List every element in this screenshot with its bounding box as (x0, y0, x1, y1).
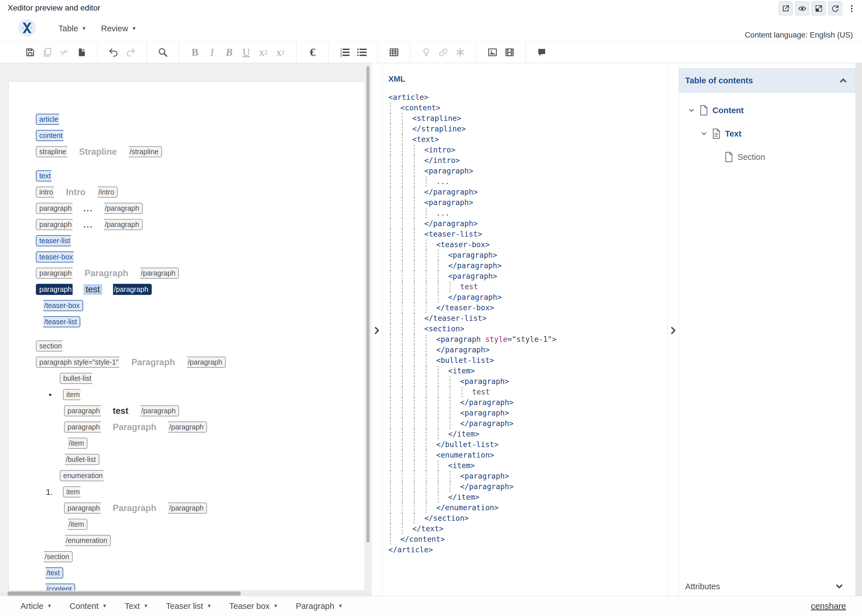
tag-pill-enumeration[interactable]: enumeration (60, 470, 104, 481)
toc-header[interactable]: Table of contents (679, 68, 856, 93)
visual-editor-canvas[interactable]: articlecontentstraplineStrapline/strapli… (0, 63, 371, 596)
video-button[interactable] (503, 45, 516, 60)
unordered-list-button[interactable] (355, 45, 368, 60)
tag-pill-paragraph[interactable]: paragraph (64, 503, 101, 514)
tag-pill-item[interactable]: /item (68, 519, 87, 530)
toc-item-text[interactable]: Text (679, 122, 856, 145)
paste-button[interactable] (75, 45, 88, 60)
special-character-button[interactable]: € (306, 45, 319, 60)
horizontal-scrollbar-thumb[interactable] (8, 592, 241, 596)
xeditor-logo-icon[interactable] (18, 19, 36, 37)
tag-pill-item[interactable]: /item (68, 438, 87, 449)
chevron-down-icon[interactable] (834, 581, 844, 591)
tag-pill-paragraph[interactable]: /paragraph (104, 219, 143, 230)
tag-pill-paragraph[interactable]: /paragraph (168, 421, 207, 432)
breadcrumb-dropdown-content[interactable]: Content▼ (69, 602, 107, 611)
chevron-down-icon: ▼ (143, 603, 148, 609)
horizontal-scrollbar-track[interactable] (0, 591, 371, 596)
tag-pill-strapline[interactable]: /strapline (129, 146, 162, 157)
collapse-right-icon[interactable] (373, 326, 381, 335)
redo-button[interactable] (124, 45, 137, 60)
tag-pill-paragraphstylestyle-1[interactable]: paragraph style="style-1" (36, 357, 119, 368)
tag-pill-section[interactable]: section (36, 340, 63, 352)
tag-pill-paragraph[interactable]: paragraph (64, 421, 101, 432)
undo-button[interactable] (107, 45, 120, 60)
tag-pill-teaser-box[interactable]: /teaser-box (43, 300, 83, 311)
element-row: content (36, 130, 365, 141)
page-scrollbar-track[interactable] (856, 63, 862, 596)
tag-pill-text[interactable]: text (36, 170, 52, 181)
tag-pill-item[interactable]: item (63, 389, 80, 400)
selected-text[interactable]: test (84, 284, 102, 295)
tag-pill-intro[interactable]: intro (36, 187, 54, 198)
breadcrumb-dropdown-paragraph[interactable]: Paragraph▼ (296, 602, 343, 611)
tag-pill-enumeration[interactable]: /enumeration (65, 535, 111, 546)
inline-text[interactable]: test (113, 406, 128, 416)
menu-review[interactable]: Review ▼ (101, 16, 137, 41)
tag-pill-paragraph[interactable]: paragraph (36, 203, 72, 214)
ordered-list-button[interactable]: 123 (338, 45, 351, 60)
inline-text: ... (84, 220, 93, 229)
breadcrumb-dropdown-teaser-box[interactable]: Teaser box▼ (229, 602, 278, 611)
tag-pill-paragraph[interactable]: /paragraph (168, 503, 207, 514)
menu-table[interactable]: Table ▼ (58, 16, 87, 41)
tag-pill-teaser-box[interactable]: teaser-box (36, 251, 74, 262)
preview-eye-icon[interactable] (795, 2, 809, 15)
tag-pill-content[interactable]: content (36, 130, 63, 141)
tag-pill-paragraph[interactable]: paragraph (36, 268, 72, 279)
tag-pill-strapline[interactable]: strapline (36, 146, 67, 157)
save-button[interactable] (24, 45, 37, 60)
search-button[interactable] (156, 45, 169, 60)
comment-button[interactable] (535, 45, 548, 60)
refresh-icon[interactable] (828, 2, 842, 15)
tag-pill-content[interactable]: /content (46, 584, 75, 591)
bold-italic-button[interactable]: B (222, 45, 236, 60)
link-button[interactable] (437, 45, 450, 60)
subscript-button[interactable]: x2 (257, 45, 270, 60)
tag-pill-teaser-list[interactable]: teaser-list (36, 235, 71, 246)
asterisk-button[interactable] (454, 45, 467, 60)
tree-expand-icon[interactable] (686, 107, 697, 114)
image-button[interactable] (486, 45, 499, 60)
tag-pill-paragraph[interactable]: paragraph (36, 219, 72, 230)
censhare-link[interactable]: censhare (811, 601, 846, 611)
italic-button[interactable]: I (206, 45, 219, 60)
tag-pill-paragraph[interactable]: /paragraph (140, 405, 179, 416)
superscript-button[interactable]: x2 (274, 45, 287, 60)
chevron-up-icon[interactable] (838, 75, 848, 85)
tag-pill-paragraph[interactable]: paragraph (64, 405, 101, 416)
tag-pill-item[interactable]: item (63, 486, 80, 497)
copy-button[interactable] (41, 45, 54, 60)
tag-pill-article[interactable]: article (36, 114, 59, 125)
cut-button[interactable]: ✂ (58, 45, 71, 60)
tag-pill-paragraph[interactable]: /paragraph (140, 268, 179, 279)
table-button[interactable] (388, 45, 400, 60)
tag-pill-section[interactable]: /section (44, 551, 72, 562)
tag-pill-paragraph[interactable]: /paragraph (113, 284, 152, 295)
tree-expand-icon[interactable] (698, 130, 710, 137)
tag-pill-intro[interactable]: /intro (98, 187, 118, 198)
tag-pill-paragraph[interactable]: paragraph (36, 284, 72, 295)
tag-pill-bullet-list[interactable]: /bullet-list (65, 454, 99, 465)
breadcrumb-dropdown-text[interactable]: Text▼ (124, 602, 148, 611)
tag-pill-teaser-list[interactable]: /teaser-list (43, 316, 80, 327)
breadcrumb-dropdown-article[interactable]: Article▼ (20, 602, 52, 611)
tag-pill-paragraph[interactable]: /paragraph (187, 357, 226, 368)
open-external-icon[interactable] (778, 2, 793, 15)
kebab-menu-icon[interactable] (846, 2, 857, 15)
tag-pill-text[interactable]: /text (46, 567, 63, 578)
document-page[interactable]: articlecontentstraplineStrapline/strapli… (8, 82, 365, 591)
breadcrumb-dropdown-teaser-list[interactable]: Teaser list▼ (166, 602, 211, 611)
vertical-scrollbar[interactable] (366, 66, 370, 543)
collapse-right-icon[interactable] (669, 326, 678, 335)
tag-pill-bullet-list[interactable]: bullet-list (60, 373, 92, 384)
lightbulb-button[interactable] (420, 45, 433, 60)
xml-code[interactable]: <article><content><strapline></strapline… (383, 92, 668, 555)
underline-button[interactable]: U (240, 45, 253, 60)
attributes-header[interactable]: Attributes (679, 577, 856, 596)
tag-pill-paragraph[interactable]: /paragraph (104, 203, 143, 214)
resize-icon[interactable] (812, 2, 826, 15)
toc-item-content[interactable]: Content (679, 99, 856, 122)
toc-item-section[interactable]: Section (679, 145, 856, 169)
bold-button[interactable]: B (188, 45, 202, 60)
